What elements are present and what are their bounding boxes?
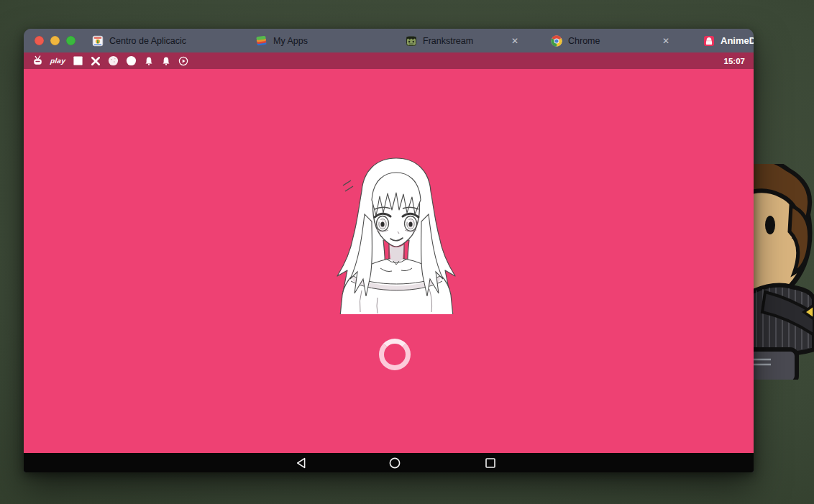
tab-label: AnimeDroid S2 [721,35,754,46]
tab-animedroid[interactable]: AnimeDroid S2 ✕ [681,29,754,52]
recents-button[interactable] [484,457,497,469]
tab-my-apps[interactable]: My Apps [235,29,385,52]
chrome-icon [550,35,562,47]
tab-frankstream[interactable]: Frankstream ✕ [385,29,530,52]
tab-label: Centro de Aplicacic [109,36,225,46]
play-store-icon: play [50,57,65,65]
android-nav-bar [24,453,754,472]
bluestacks-icon [255,35,267,47]
tab-chrome[interactable]: Chrome ✕ [530,29,681,52]
android-status-bar: play [24,52,754,69]
anime-girl-illustration [333,152,460,314]
traffic-lights [35,29,76,52]
tab-label: Frankstream [423,36,504,46]
tab-app-center[interactable]: Centro de Aplicacic [71,29,235,52]
circle-icon [126,55,137,66]
minimize-window-button[interactable] [50,36,60,45]
bell-icon [161,56,171,66]
tab-strip: Centro de Aplicacic My Apps [71,29,754,52]
loading-spinner [379,339,411,370]
tab-label: My Apps [273,36,375,46]
tab-label: Chrome [568,36,655,46]
close-tab-icon[interactable]: ✕ [510,35,520,47]
close-tab-icon[interactable]: ✕ [661,35,671,47]
close-window-button[interactable] [35,36,44,45]
anime-tv-icon [32,55,43,66]
dotted-circle-icon [108,55,119,66]
square-icon [73,55,83,66]
home-button[interactable] [388,457,401,469]
bell-icon [144,56,154,66]
x-icon [91,56,101,66]
desktop-character-cartoon [754,164,814,380]
zoom-window-button[interactable] [66,36,76,45]
status-clock: 15:07 [724,57,745,65]
android-screen [24,69,754,453]
app-center-icon [91,35,104,47]
emulator-window: Centro de Aplicacic My Apps [24,29,754,472]
animedroid-icon [703,35,715,47]
play-circle-icon [178,56,188,66]
back-button[interactable] [296,457,308,469]
window-tab-bar: Centro de Aplicacic My Apps [24,29,754,52]
frankenstein-icon [405,35,417,47]
